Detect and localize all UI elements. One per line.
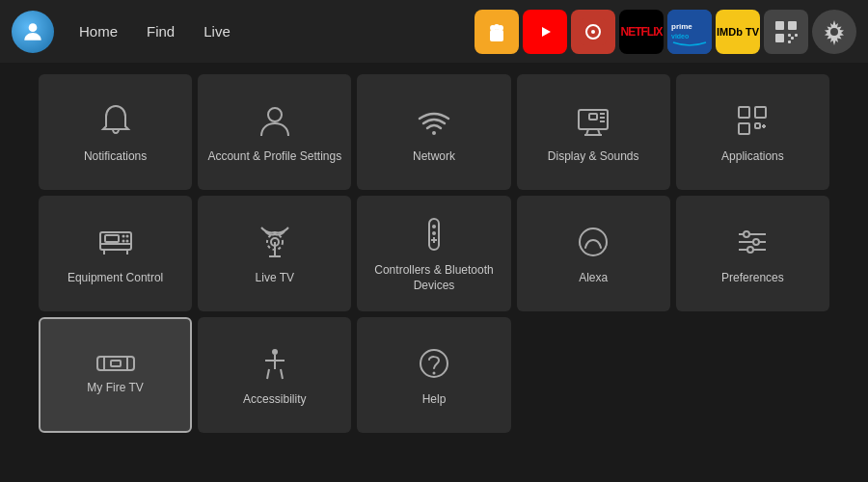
svg-point-0 (29, 23, 38, 32)
nav-links: Home Find Live (66, 17, 244, 45)
settings-grid: Notifications Account & Profile Settings… (0, 63, 868, 444)
svg-rect-42 (105, 235, 119, 242)
svg-rect-28 (589, 114, 597, 120)
tile-display-label: Display & Sounds (548, 149, 639, 165)
svg-point-44 (125, 235, 128, 238)
tile-notifications-label: Notifications (84, 149, 147, 165)
svg-rect-32 (739, 107, 749, 118)
svg-rect-34 (739, 123, 749, 134)
svg-rect-17 (788, 34, 791, 37)
user-avatar[interactable] (12, 11, 54, 53)
svg-text:prime: prime (671, 22, 692, 31)
svg-point-22 (268, 108, 282, 121)
svg-rect-1 (490, 30, 503, 41)
svg-point-62 (747, 247, 753, 253)
svg-rect-19 (788, 40, 791, 43)
svg-point-60 (744, 231, 749, 237)
tile-live-tv-label: Live TV (256, 271, 294, 286)
accessibility-icon (256, 344, 294, 383)
svg-point-61 (753, 239, 759, 245)
bell-icon (96, 101, 135, 140)
tile-help[interactable]: Help (357, 317, 510, 433)
tile-controllers-label: Controllers & Bluetooth Devices (365, 263, 502, 293)
tile-live-tv[interactable]: Live TV (198, 196, 351, 311)
tile-preferences[interactable]: Preferences (676, 196, 829, 311)
svg-point-53 (432, 231, 436, 235)
svg-point-4 (498, 25, 503, 31)
app-icon-youtube[interactable] (523, 10, 567, 54)
remote-icon (415, 215, 453, 254)
app-icon-netflix[interactable]: NETFLIX (619, 10, 664, 54)
tile-alexa[interactable]: Alexa (517, 196, 670, 311)
app-icon-prime[interactable]: prime video (667, 10, 712, 54)
fire-tv-icon (96, 356, 135, 371)
app-icons-bar: NETFLIX prime video IMDb TV (475, 10, 856, 54)
svg-rect-10 (667, 10, 712, 54)
svg-rect-35 (755, 123, 760, 128)
nav-live[interactable]: Live (190, 17, 244, 45)
svg-rect-66 (111, 361, 121, 366)
svg-point-56 (580, 228, 607, 255)
tile-accessibility-label: Accessibility (243, 392, 306, 408)
svg-point-67 (272, 349, 278, 355)
tile-my-fire-tv-label: My Fire TV (87, 381, 143, 396)
sliders-icon (733, 223, 772, 261)
tile-account[interactable]: Account & Profile Settings (198, 74, 351, 190)
svg-rect-18 (795, 34, 798, 37)
tile-network-label: Network (413, 149, 455, 165)
tile-applications-label: Applications (721, 149, 784, 165)
tile-display[interactable]: Display & Sounds (517, 74, 670, 190)
apps-grid-icon (733, 101, 772, 140)
tile-alexa-label: Alexa (579, 271, 608, 286)
svg-rect-33 (755, 107, 766, 118)
nav-find[interactable]: Find (133, 17, 188, 45)
tile-equipment-label: Equipment Control (68, 271, 163, 286)
app-icon-movie[interactable] (571, 10, 615, 54)
svg-rect-13 (775, 21, 784, 30)
tile-my-fire-tv[interactable]: My Fire TV (39, 317, 192, 433)
top-navigation: Home Find Live (0, 0, 868, 63)
app-icon-grid[interactable] (764, 10, 808, 54)
app-icon-settings[interactable] (812, 10, 856, 54)
tile-applications[interactable]: Applications (676, 74, 829, 190)
tile-network[interactable]: Network (357, 74, 510, 190)
svg-point-46 (125, 240, 128, 243)
tile-accessibility[interactable]: Accessibility (198, 317, 351, 433)
svg-text:video: video (671, 33, 689, 40)
antenna-icon (256, 223, 294, 261)
svg-point-52 (432, 225, 436, 228)
svg-rect-16 (791, 37, 794, 40)
svg-rect-15 (775, 34, 784, 42)
tile-notifications[interactable]: Notifications (39, 74, 192, 190)
svg-point-9 (591, 30, 595, 34)
wifi-icon (415, 101, 453, 140)
svg-point-43 (122, 235, 124, 238)
alexa-icon (574, 223, 612, 261)
svg-rect-14 (788, 21, 797, 30)
app-icon-imdb[interactable]: IMDb TV (716, 10, 760, 54)
tile-equipment[interactable]: Equipment Control (39, 196, 192, 311)
tile-help-label: Help (422, 392, 447, 408)
svg-point-71 (432, 372, 435, 375)
tv-icon (96, 223, 135, 261)
person-icon (256, 101, 294, 140)
nav-home[interactable]: Home (66, 17, 131, 45)
svg-point-23 (432, 131, 436, 135)
help-icon (415, 344, 453, 383)
svg-point-45 (122, 240, 124, 243)
tile-preferences-label: Preferences (721, 271, 784, 286)
tile-account-label: Account & Profile Settings (207, 149, 341, 165)
display-icon (574, 101, 612, 140)
svg-point-21 (830, 28, 838, 36)
svg-rect-63 (97, 357, 134, 370)
tile-controllers[interactable]: Controllers & Bluetooth Devices (357, 196, 510, 311)
app-icon-popcorn[interactable] (475, 10, 519, 54)
